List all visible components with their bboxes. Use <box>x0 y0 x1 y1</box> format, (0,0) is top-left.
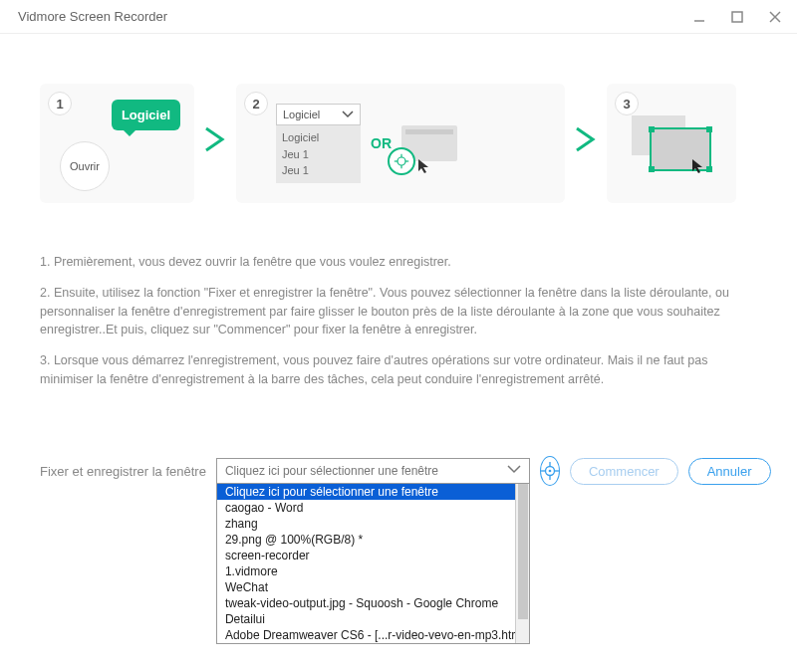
dropdown-option[interactable]: zhang <box>217 516 529 532</box>
step-2-number: 2 <box>244 92 268 115</box>
resize-handle <box>706 126 712 132</box>
window-select-listbox: Cliquez ici pour sélectionner une fenêtr… <box>216 484 530 644</box>
instruction-3: 3. Lorsque vous démarrez l'enregistremen… <box>40 351 757 389</box>
cancel-button[interactable]: Annuler <box>688 458 771 485</box>
svg-point-4 <box>398 157 405 165</box>
resize-handle <box>649 126 655 132</box>
dropdown-placeholder: Cliquez ici pour sélectionner une fenêtr… <box>225 464 438 478</box>
instruction-1: 1. Premièrement, vous devez ouvrir la fe… <box>40 253 757 272</box>
scrollbar[interactable] <box>515 484 529 643</box>
dropdown-option[interactable]: WeChat <box>217 579 529 595</box>
start-button[interactable]: Commencer <box>570 458 678 485</box>
window-select-dropdown[interactable]: Cliquez ici pour sélectionner une fenêtr… <box>216 458 530 484</box>
maximize-button[interactable] <box>727 7 747 27</box>
app-title: Vidmore Screen Recorder <box>18 9 167 24</box>
mini-opt: Logiciel <box>282 129 355 146</box>
mini-opt: Jeu 1 <box>282 162 355 179</box>
steps-row: 1 Logiciel Ouvrir 2 Logiciel Logiciel Je… <box>40 84 757 203</box>
arrow-icon <box>575 124 597 162</box>
cursor-icon <box>417 158 431 177</box>
resize-handle <box>706 166 712 172</box>
content-area: 1 Logiciel Ouvrir 2 Logiciel Logiciel Je… <box>0 34 797 421</box>
instruction-2: 2. Ensuite, utilisez la fonction "Fixer … <box>40 284 757 339</box>
window-select-wrapper: Cliquez ici pour sélectionner une fenêtr… <box>216 458 530 484</box>
step-1-number: 1 <box>48 92 72 115</box>
cursor-icon <box>691 158 705 177</box>
software-bubble: Logiciel <box>112 100 180 130</box>
close-button[interactable] <box>765 7 785 27</box>
step-2-card: 2 Logiciel Logiciel Jeu 1 Jeu 1 OR <box>236 84 565 203</box>
dropdown-option[interactable]: tweak-video-output.jpg - Squoosh - Googl… <box>217 595 529 611</box>
resize-handle <box>649 166 655 172</box>
dropdown-option[interactable]: caogao - Word <box>217 500 529 516</box>
fix-window-label: Fixer et enregistrer la fenêtre <box>40 464 206 479</box>
svg-rect-1 <box>732 12 742 22</box>
dropdown-option[interactable]: 29.png @ 100%(RGB/8) * <box>217 532 529 548</box>
step-3-card: 3 <box>607 84 736 203</box>
mini-dropdown-list: Logiciel Jeu 1 Jeu 1 <box>276 125 361 183</box>
step-1-card: 1 Logiciel Ouvrir <box>40 84 194 203</box>
mini-dd-value: Logiciel <box>283 109 320 120</box>
dropdown-option[interactable]: Detailui <box>217 611 529 627</box>
arrow-icon <box>204 124 226 162</box>
crosshair-icon <box>388 147 415 175</box>
app-window: Vidmore Screen Recorder 1 Logiciel Ouvri… <box>0 0 797 672</box>
chevron-down-icon <box>507 464 521 478</box>
dropdown-option[interactable]: 1.vidmore <box>217 563 529 579</box>
bottom-bar: Fixer et enregistrer la fenêtre Cliquez … <box>40 456 757 486</box>
selection-graphic <box>632 115 711 171</box>
mini-opt: Jeu 1 <box>282 146 355 163</box>
minimize-button[interactable] <box>689 7 709 27</box>
mini-dropdown-selected: Logiciel <box>276 104 361 125</box>
window-controls <box>689 7 785 27</box>
scrollbar-thumb[interactable] <box>518 484 528 619</box>
mini-dropdown: Logiciel Logiciel Jeu 1 Jeu 1 <box>276 104 361 183</box>
dropdown-option[interactable]: Adobe Dreamweaver CS6 - [...r-video-vevo… <box>217 627 529 643</box>
step-3-number: 3 <box>615 92 639 115</box>
or-label: OR <box>371 135 392 151</box>
open-circle: Ouvrir <box>60 141 110 191</box>
svg-point-14 <box>549 470 552 473</box>
target-illustration <box>401 125 457 161</box>
dropdown-option[interactable]: Cliquez ici pour sélectionner une fenêtr… <box>217 484 529 500</box>
target-picker-button[interactable] <box>540 456 560 486</box>
dropdown-option[interactable]: screen-recorder <box>217 548 529 563</box>
titlebar: Vidmore Screen Recorder <box>0 0 797 34</box>
instructions: 1. Premièrement, vous devez ouvrir la fe… <box>40 253 757 389</box>
chevron-down-icon <box>342 109 354 120</box>
